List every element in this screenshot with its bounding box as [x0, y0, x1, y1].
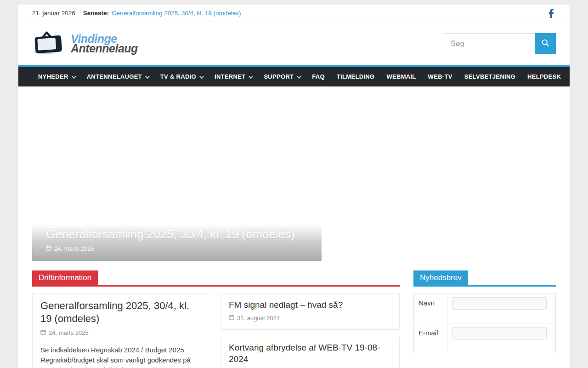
calendar-icon	[40, 329, 46, 336]
calendar-icon	[46, 245, 51, 252]
nav-item-selvbetjening[interactable]: SELVBETJENING	[458, 67, 521, 86]
nav-item-nyheder[interactable]: NYHEDER	[32, 67, 81, 86]
calendar-icon	[229, 315, 234, 322]
nav-item-helpdesk[interactable]: HELPDESK	[521, 67, 567, 86]
facebook-icon[interactable]	[547, 9, 556, 18]
slide-date: 24. marts 2025	[46, 245, 308, 252]
article-date: 24. marts 2025	[40, 329, 203, 336]
article-title[interactable]: FM signal nedlagt – hvad så?	[229, 299, 391, 310]
name-label: Navn	[414, 293, 447, 323]
main-area: Driftinformation Generalforsamling 2025,…	[18, 261, 570, 368]
chevron-down-icon	[199, 74, 204, 79]
section-heading-label: Driftinformation	[32, 270, 98, 286]
article-excerpt-line: Se indkaldelsen Regnskab 2024 / Budget 2…	[40, 345, 203, 355]
nav-item-webmail[interactable]: WEBMAIL	[380, 67, 422, 86]
latest-news-ticker: Seneste: Generalforsamling 2025, 30/4, k…	[83, 10, 241, 17]
current-date: 21. januar 2026	[32, 10, 75, 17]
articles-column-left: Generalforsamling 2025, 30/4, kl. 19 (om…	[32, 293, 211, 368]
article-card: Generalforsamling 2025, 30/4, kl. 19 (om…	[32, 293, 211, 368]
email-field[interactable]	[452, 327, 547, 339]
article-card: Kortvarig afbrydelse af WEB-TV 19-08-202…	[220, 336, 400, 368]
latest-label: Seneste:	[83, 10, 109, 17]
tv-icon	[32, 31, 68, 56]
article-date: 31. august 2024	[229, 315, 391, 322]
chevron-down-icon	[72, 74, 76, 79]
chevron-down-icon	[249, 74, 253, 79]
site-title-line2: Antennelaug	[71, 44, 138, 53]
search-form	[443, 33, 556, 54]
featured-slider[interactable]: Generalforsamling 2025, 30/4, kl. 19 (om…	[32, 90, 322, 261]
search-input[interactable]	[443, 33, 535, 54]
site-title: Vindinge Antennelaug	[71, 34, 138, 53]
newsletter-form: Navn E-mail	[413, 293, 556, 353]
site-logo[interactable]: Vindinge Antennelaug	[32, 31, 138, 56]
article-title[interactable]: Generalforsamling 2025, 30/4, kl. 19 (om…	[40, 299, 203, 325]
article-card: FM signal nedlagt – hvad så? 31. august …	[220, 293, 400, 330]
article-excerpt: Se indkaldelsen Regnskab 2024 / Budget 2…	[40, 345, 203, 368]
magnifier-icon	[541, 39, 550, 49]
driftinformation-section: Driftinformation Generalforsamling 2025,…	[32, 270, 400, 368]
search-button[interactable]	[535, 33, 556, 54]
newsletter-email-row: E-mail	[414, 323, 556, 353]
nav-item-antennelauget[interactable]: ANTENNELAUGET	[81, 67, 154, 86]
chevron-down-icon	[297, 74, 301, 79]
page-container: 21. januar 2026 Seneste: Generalforsamli…	[18, 5, 570, 368]
article-excerpt-line: Regnskab/budget skal som vanligt godkend…	[40, 355, 203, 368]
name-field[interactable]	[452, 297, 547, 310]
nav-item-internet[interactable]: INTERNET	[209, 67, 258, 86]
slide-title[interactable]: Generalforsamling 2025, 30/4, kl. 19 (om…	[46, 227, 308, 242]
newsletter-widget: Nyhedsbrev Navn E-mail	[413, 270, 556, 368]
section-heading-driftinformation: Driftinformation	[32, 270, 400, 287]
article-title[interactable]: Kortvarig afbrydelse af WEB-TV 19-08-202…	[229, 342, 391, 365]
email-label: E-mail	[414, 323, 447, 353]
slide-caption: Generalforsamling 2025, 30/4, kl. 19 (om…	[32, 224, 322, 261]
latest-news-link[interactable]: Generalforsamling 2025, 30/4, kl. 19 (om…	[112, 10, 241, 17]
top-bar: 21. januar 2026 Seneste: Generalforsamli…	[18, 5, 570, 22]
section-heading-nyhedsbrev: Nyhedsbrev	[413, 270, 556, 287]
section-heading-label: Nyhedsbrev	[413, 270, 468, 286]
chevron-down-icon	[145, 74, 150, 79]
nav-item-tv-radio[interactable]: TV & RADIO	[154, 67, 209, 86]
site-header: Vindinge Antennelaug	[18, 22, 570, 65]
nav-item-faq[interactable]: FAQ	[306, 67, 331, 86]
nav-item-support[interactable]: SUPPORT	[258, 67, 306, 86]
nav-item-web-tv[interactable]: WEB-TV	[422, 67, 458, 86]
articles-column-right: FM signal nedlagt – hvad så? 31. august …	[220, 293, 400, 368]
main-navigation: NYHEDER ANTENNELAUGET TV & RADIO INTERNE…	[18, 65, 570, 86]
newsletter-name-row: Navn	[414, 293, 556, 323]
nav-item-tilmelding[interactable]: TILMELDING	[331, 67, 380, 86]
